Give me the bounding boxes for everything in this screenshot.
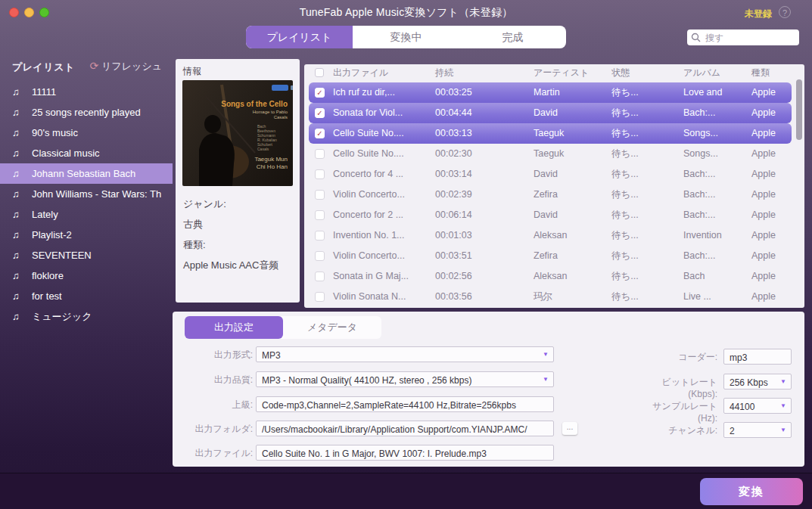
cell-album: Bach:... [683,246,715,266]
track-row[interactable]: Invention No. 1...00:01:03Aleksan待ち...In… [309,225,792,246]
cell-album: Live ... [683,287,711,307]
cell-type: Apple [751,205,776,225]
track-checkbox[interactable] [315,169,325,179]
track-checkbox[interactable] [315,272,325,281]
sidebar-item[interactable]: ♫for test [0,286,173,306]
cell-album: Bach:... [683,103,715,123]
tab-converting[interactable]: 変換中 [353,26,459,48]
samplerate-value[interactable] [728,399,779,414]
track-row[interactable]: ✓Cello Suite No....00:03:13Taeguk待ち...So… [309,123,792,144]
output-quality-select[interactable]: ▼ [256,371,554,387]
sidebar-header: プレイリスト [12,61,75,74]
sidebar-item[interactable]: ♫Lately [0,204,173,225]
sidebar-item-label: 25 songs recently played [32,102,141,123]
output-file-label: 出力ファイル: [170,447,253,460]
sidebar-item[interactable]: ♫90's music [0,123,173,143]
tab-finished[interactable]: 完成 [459,26,566,48]
track-checkbox[interactable] [315,251,325,261]
track-checkbox[interactable] [315,210,325,220]
bitrate-select[interactable]: ▼ [723,374,792,390]
sidebar-item[interactable]: ♫floklore [0,265,173,286]
column-header-duration[interactable]: 持続 [435,64,453,81]
cell-duration: 00:02:39 [435,185,472,205]
convert-button[interactable]: 変換 [700,478,803,505]
cell-type: Apple [751,185,776,205]
cell-status: 待ち... [611,266,639,287]
column-header-artist[interactable]: アーティスト [534,64,589,81]
search-input[interactable] [704,30,798,45]
cell-artist: Zefira [534,246,558,266]
output-folder-value[interactable] [260,422,542,436]
search-icon [691,33,701,42]
column-header-type[interactable]: 種類 [751,64,770,81]
track-row[interactable]: Sonata in G Maj...00:02:56Aleksan待ち...Ba… [309,266,792,287]
sidebar-item-label: ミュージック [32,306,92,327]
track-row[interactable]: ✓Sonata for Viol...00:04:44David待ち...Bac… [309,103,792,123]
track-row[interactable]: Concerto for 2 ...00:06:14David待ち...Bach… [309,205,792,225]
track-row[interactable]: Violin Concerto...00:03:51Zefira待ち...Bac… [309,246,792,266]
album-artists: Taeguk MunChi Ho Han [254,156,288,171]
advanced-value[interactable] [260,398,542,412]
track-checkbox[interactable] [315,292,325,302]
tab-playlist[interactable]: プレイリスト [246,26,353,48]
sidebar-item[interactable]: ♫Playlist-2 [0,225,173,245]
column-header-status[interactable]: 状態 [611,64,630,81]
channel-value[interactable] [728,424,779,438]
music-note-icon: ♫ [12,82,20,102]
output-format-value[interactable] [260,348,542,362]
cell-file: Invention No. 1... [333,225,405,246]
advanced-field[interactable] [256,396,554,412]
output-file-value[interactable] [260,446,542,461]
tab-output-settings[interactable]: 出力設定 [185,316,283,339]
bitrate-value[interactable] [728,375,779,390]
sidebar-item-label: 90's music [32,123,78,143]
samplerate-select[interactable]: ▼ [723,398,792,414]
column-header-file[interactable]: 出力ファイル [333,64,388,81]
cell-file: Sonata in G Maj... [333,266,409,287]
output-quality-value[interactable] [260,373,542,387]
track-checkbox[interactable] [315,190,325,200]
track-checkbox[interactable]: ✓ [315,129,325,138]
register-link[interactable]: 未登録 [745,8,772,20]
chevron-down-icon: ▼ [780,402,786,409]
browse-folder-button[interactable]: ... [562,422,577,435]
output-settings-panel: 出力設定 メタデータ 出力形式: ▼ 出力品質: ▼ 上級: 出力フォルダ: .… [173,312,804,467]
track-row[interactable]: Cello Suite No....00:02:30Taeguk待ち...Son… [309,144,792,164]
output-format-select[interactable]: ▼ [256,346,554,362]
help-icon[interactable]: ? [779,6,791,18]
column-header-album[interactable]: アルバム [683,64,720,81]
music-note-icon: ♫ [12,204,20,225]
music-note-icon: ♫ [12,163,20,184]
refresh-button[interactable]: ⟳リフレッシュ [89,60,162,73]
coder-value[interactable] [728,350,779,365]
track-row[interactable]: Violin Sonata N...00:03:56玛尔待ち...Live ..… [309,287,792,307]
select-all-checkbox[interactable] [315,68,324,77]
cell-type: Apple [751,123,776,144]
output-folder-field[interactable] [256,421,554,436]
sidebar-item[interactable]: ♫John Williams - Star Wars: Th [0,184,173,204]
music-note-icon: ♫ [12,286,20,306]
sidebar-item[interactable]: ♫11111 [0,82,173,102]
search-box[interactable] [687,29,799,45]
track-checkbox[interactable] [315,149,325,159]
sidebar-item[interactable]: ♫Classical music [0,143,173,163]
cell-type: Apple [751,225,776,246]
sidebar-item[interactable]: ♫Johann Sebastian Bach [0,163,173,184]
titlebar: TuneFab Apple Music変換ソフト（未登録） 未登録 ? [0,0,812,24]
track-checkbox[interactable]: ✓ [315,108,325,118]
track-row[interactable]: Violin Concerto...00:02:39Zefira待ち...Bac… [309,185,792,205]
track-row[interactable]: ✓Ich ruf zu dir,...00:03:25Martin待ち...Lo… [309,82,792,103]
cell-duration: 00:03:14 [435,164,472,185]
cell-status: 待ち... [611,287,639,307]
sidebar-item[interactable]: ♫ミュージック [0,306,173,327]
output-file-field[interactable] [256,445,554,461]
coder-field[interactable] [723,349,792,365]
sidebar-item[interactable]: ♫SEVENTEEN [0,245,173,265]
sidebar-item[interactable]: ♫25 songs recently played [0,102,173,123]
tab-metadata[interactable]: メタデータ [283,316,381,339]
channel-select[interactable]: ▼ [723,422,792,438]
table-scrollbar[interactable] [796,79,802,140]
track-row[interactable]: Concerto for 4 ...00:03:14David待ち...Bach… [309,164,792,185]
track-checkbox[interactable]: ✓ [315,88,325,98]
track-checkbox[interactable] [315,231,325,241]
